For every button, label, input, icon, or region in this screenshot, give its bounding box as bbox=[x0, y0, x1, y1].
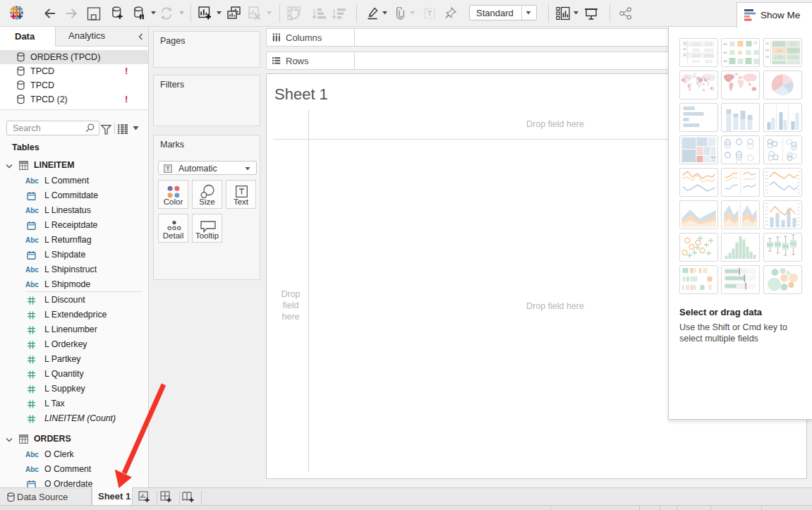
svg-text:330: 330 bbox=[692, 48, 700, 52]
svg-text:322: 322 bbox=[705, 59, 713, 63]
svg-text:123: 123 bbox=[775, 42, 782, 46]
svg-text:2859: 2859 bbox=[704, 54, 714, 58]
svg-text:542: 542 bbox=[790, 42, 796, 46]
svg-text:571: 571 bbox=[692, 59, 700, 63]
svg-text:985: 985 bbox=[790, 49, 796, 53]
svg-text:1234: 1234 bbox=[691, 42, 701, 47]
svg-text:573: 573 bbox=[705, 42, 713, 47]
svg-text:10530: 10530 bbox=[788, 55, 799, 59]
svg-text:2450: 2450 bbox=[775, 55, 783, 59]
svg-text:2320: 2320 bbox=[691, 54, 701, 58]
svg-text:786: 786 bbox=[775, 49, 782, 53]
svg-text:3004: 3004 bbox=[704, 48, 714, 52]
